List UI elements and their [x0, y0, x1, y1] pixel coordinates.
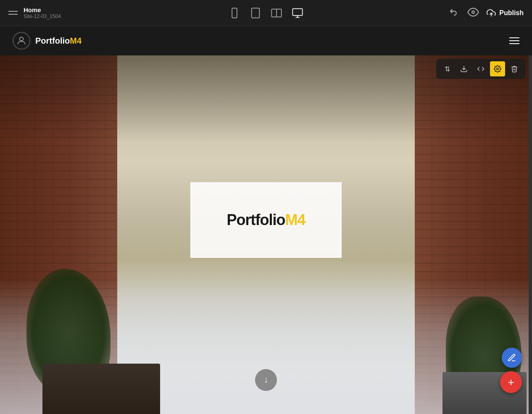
- section-toolbar: ⇅: [436, 59, 525, 79]
- site-id: Site-12-03_1504: [24, 13, 61, 19]
- hamburger-menu-icon[interactable]: [8, 11, 18, 15]
- preview-brand-name: PortfolioM4: [35, 36, 82, 46]
- preview-nav-brand: PortfolioM4: [13, 32, 82, 50]
- fab-add-button[interactable]: +: [500, 371, 522, 393]
- canvas-area: PortfolioM4: [0, 26, 532, 414]
- publish-label: Publish: [499, 9, 524, 17]
- toolbar-settings-button[interactable]: [490, 61, 505, 76]
- hero-section: PortfolioM4 ↓: [0, 26, 532, 414]
- site-info: Home Site-12-03_1504: [24, 6, 61, 19]
- device-icons: [229, 7, 303, 19]
- svg-rect-2: [252, 8, 260, 18]
- svg-point-9: [472, 11, 474, 13]
- scroll-down-button[interactable]: ↓: [255, 369, 277, 391]
- svg-rect-0: [232, 8, 237, 18]
- reorder-icon: ⇅: [445, 65, 450, 73]
- site-name: Home: [24, 6, 61, 13]
- mobile-device-icon[interactable]: [229, 7, 240, 19]
- planter-left: [42, 364, 160, 414]
- preview-nav: PortfolioM4: [0, 26, 532, 55]
- tablet-device-icon[interactable]: [250, 7, 261, 19]
- logo-yellow: M4: [285, 211, 305, 228]
- scroll-down-icon: ↓: [264, 375, 268, 385]
- preview-avatar: [13, 32, 30, 50]
- top-bar-left: Home Site-12-03_1504: [8, 6, 61, 19]
- preview-button[interactable]: [467, 6, 479, 20]
- desktop-device-icon[interactable]: [292, 7, 303, 19]
- logo-box-text: PortfolioM4: [227, 211, 306, 229]
- svg-rect-6: [292, 8, 302, 15]
- top-bar: Home Site-12-03_1504: [0, 0, 532, 26]
- toolbar-code-button[interactable]: [473, 61, 488, 76]
- add-icon: +: [508, 376, 514, 389]
- toolbar-reorder-button[interactable]: ⇅: [440, 61, 455, 76]
- scrollbar-track: [529, 26, 532, 414]
- undo-button[interactable]: [448, 6, 460, 20]
- svg-point-11: [20, 37, 24, 41]
- logo-box[interactable]: PortfolioM4: [190, 182, 342, 258]
- top-bar-right: Publish: [448, 6, 524, 20]
- publish-button[interactable]: Publish: [487, 8, 524, 18]
- split-view-icon[interactable]: [271, 7, 282, 19]
- svg-point-13: [497, 68, 499, 70]
- fab-pencil-button[interactable]: [502, 348, 522, 368]
- toolbar-download-button[interactable]: [456, 61, 471, 76]
- brand-name-highlight: M4: [70, 36, 82, 45]
- preview-nav-hamburger[interactable]: [509, 37, 519, 44]
- toolbar-delete-button[interactable]: [507, 61, 522, 76]
- website-preview: PortfolioM4: [0, 26, 532, 414]
